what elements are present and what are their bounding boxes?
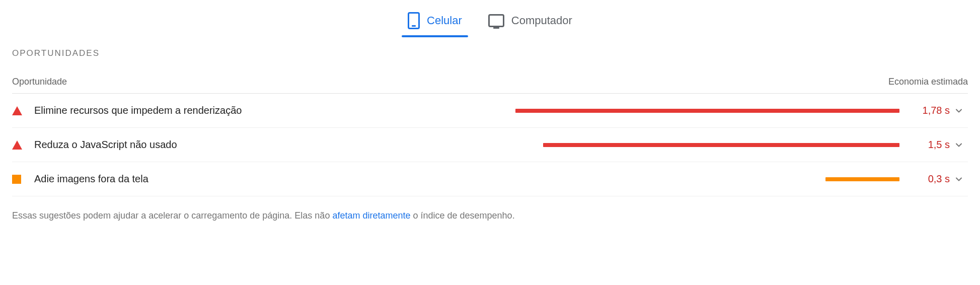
- phone-icon: [408, 12, 420, 29]
- tab-desktop-label: Computador: [511, 14, 572, 27]
- savings-bar-area: [252, 108, 899, 113]
- opportunity-row[interactable]: Reduza o JavaScript não usado1,5 s: [12, 128, 968, 162]
- opportunity-title: Reduza o JavaScript não usado: [34, 139, 177, 151]
- savings-bar: [515, 109, 899, 113]
- savings-value: 0,3 s: [910, 173, 950, 185]
- savings-bar: [543, 143, 899, 147]
- footnote-post: o índice de desempenho.: [410, 210, 514, 221]
- device-tabs: Celular Computador: [0, 0, 980, 36]
- tab-mobile[interactable]: Celular: [407, 7, 463, 36]
- chevron-down-icon[interactable]: [950, 106, 968, 116]
- savings-value: 1,78 s: [910, 105, 950, 116]
- savings-bar-area: [159, 177, 899, 182]
- footnote-link[interactable]: afetam diretamente: [332, 210, 410, 221]
- col-savings: Economia estimada: [888, 77, 968, 87]
- desktop-icon: [488, 14, 504, 27]
- opportunity-row[interactable]: Adie imagens fora da tela0,3 s: [12, 162, 968, 196]
- triangle-icon: [12, 140, 34, 150]
- footnote-pre: Essas sugestões podem ajudar a acelerar …: [12, 210, 332, 221]
- opportunity-title: Elimine recursos que impedem a renderiza…: [34, 105, 242, 116]
- opportunity-rows: Elimine recursos que impedem a renderiza…: [12, 94, 968, 196]
- opportunities-section: OPORTUNIDADES Oportunidade Economia esti…: [0, 36, 980, 200]
- opportunity-row[interactable]: Elimine recursos que impedem a renderiza…: [12, 94, 968, 128]
- triangle-icon: [12, 106, 34, 115]
- savings-value: 1,5 s: [910, 139, 950, 151]
- savings-bar: [825, 177, 899, 181]
- tab-mobile-label: Celular: [427, 14, 462, 27]
- savings-bar-area: [187, 142, 899, 148]
- footnote: Essas sugestões podem ajudar a acelerar …: [0, 200, 980, 231]
- col-opportunity: Oportunidade: [12, 77, 67, 87]
- opportunity-title: Adie imagens fora da tela: [34, 173, 148, 185]
- chevron-down-icon[interactable]: [950, 140, 968, 150]
- chevron-down-icon[interactable]: [950, 174, 968, 184]
- tab-desktop[interactable]: Computador: [487, 7, 573, 36]
- table-header: Oportunidade Economia estimada: [12, 77, 968, 94]
- square-icon: [12, 175, 34, 184]
- section-heading: OPORTUNIDADES: [12, 48, 968, 58]
